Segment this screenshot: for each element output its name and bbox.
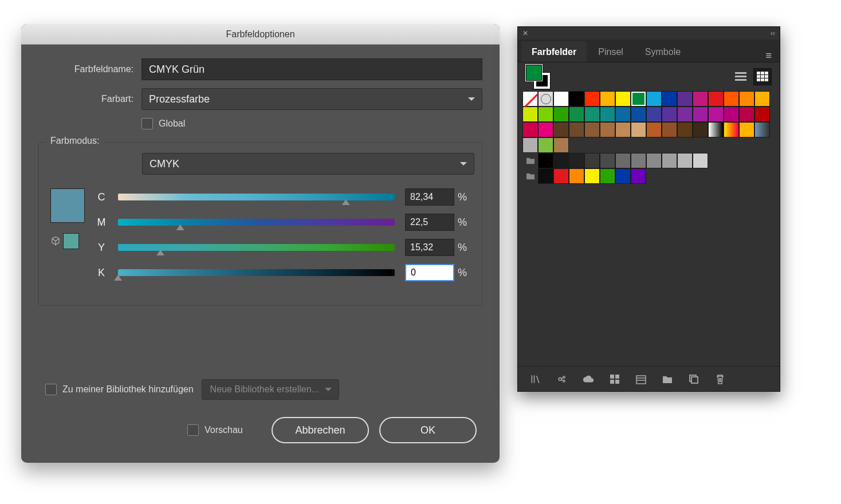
swatch[interactable] (538, 122, 553, 137)
swatch[interactable] (569, 168, 584, 184)
y-value-input[interactable] (405, 239, 454, 256)
swatch[interactable] (569, 153, 584, 168)
slider-thumb[interactable] (342, 199, 350, 205)
swatch[interactable] (754, 91, 770, 107)
swatch[interactable] (600, 107, 615, 122)
color-type-select[interactable]: Prozessfarbe (142, 88, 482, 110)
swatch[interactable] (693, 153, 708, 168)
swatch[interactable] (553, 91, 569, 107)
swatch[interactable] (646, 153, 662, 168)
panel-menu-icon[interactable]: ≡ (761, 50, 776, 62)
swatch[interactable] (584, 122, 600, 137)
k-slider[interactable] (118, 269, 395, 276)
slider-thumb[interactable] (114, 275, 122, 281)
swatch[interactable] (693, 122, 708, 137)
swatch[interactable] (522, 91, 538, 107)
swatch[interactable] (662, 91, 677, 107)
swatch[interactable] (631, 107, 646, 122)
m-slider[interactable] (118, 219, 395, 226)
swatch-library-icon[interactable] (529, 373, 542, 385)
swatch[interactable] (662, 107, 677, 122)
cancel-button[interactable]: Abbrechen (272, 417, 369, 443)
swatch[interactable] (724, 122, 739, 137)
swatch[interactable] (677, 107, 693, 122)
swatch[interactable] (522, 122, 538, 137)
k-value-input[interactable] (405, 264, 454, 281)
add-to-library-checkbox[interactable]: Zu meiner Bibliothek hinzufügen (45, 384, 194, 395)
swatch[interactable] (600, 91, 615, 107)
swatch[interactable] (693, 107, 708, 122)
swatch[interactable] (553, 153, 569, 168)
swatch[interactable] (615, 168, 631, 184)
swatch[interactable] (754, 122, 770, 137)
swatch[interactable] (615, 122, 631, 137)
swatch[interactable] (646, 91, 662, 107)
swatch[interactable] (569, 107, 584, 122)
library-select[interactable]: Neue Bibliothek erstellen... (202, 379, 339, 400)
swatch[interactable] (646, 122, 662, 137)
swatch[interactable] (631, 153, 646, 168)
cloud-icon[interactable] (582, 373, 595, 385)
swatch[interactable] (584, 153, 600, 168)
swatch-options-icon[interactable] (556, 373, 568, 385)
color-group-icon[interactable] (635, 373, 647, 385)
tab-symbols[interactable]: Symbole (635, 41, 691, 62)
swatch[interactable] (538, 107, 553, 122)
swatch[interactable] (600, 153, 615, 168)
swatch[interactable] (662, 122, 677, 137)
swatch[interactable] (693, 91, 708, 107)
swatch[interactable] (584, 91, 600, 107)
swatch[interactable] (754, 107, 770, 122)
list-view-button[interactable] (732, 68, 750, 85)
swatch[interactable] (584, 107, 600, 122)
c-slider[interactable] (118, 194, 395, 200)
slider-thumb[interactable] (176, 225, 184, 230)
tab-swatches[interactable]: Farbfelder (521, 41, 587, 62)
fill-swatch[interactable] (526, 65, 542, 81)
ok-button[interactable]: OK (379, 417, 477, 443)
swatch[interactable] (553, 107, 569, 122)
swatch[interactable] (522, 107, 538, 122)
swatch[interactable] (631, 122, 646, 137)
c-value-input[interactable] (405, 188, 454, 206)
swatch[interactable] (646, 107, 662, 122)
swatch[interactable] (553, 137, 569, 153)
swatch[interactable] (708, 91, 724, 107)
swatch[interactable] (739, 91, 754, 107)
trash-icon[interactable] (714, 373, 726, 385)
global-checkbox[interactable]: Global (142, 118, 185, 129)
swatch[interactable] (677, 91, 693, 107)
grid-view-button[interactable] (753, 68, 772, 85)
swatch[interactable] (708, 107, 724, 122)
swatch[interactable] (677, 153, 693, 168)
swatch[interactable] (615, 107, 631, 122)
slider-thumb[interactable] (156, 250, 164, 255)
swatch[interactable] (615, 153, 631, 168)
swatch[interactable] (631, 168, 646, 184)
collapse-icon[interactable]: ‹‹ (771, 29, 775, 37)
swatch[interactable] (724, 91, 739, 107)
swatch[interactable] (522, 137, 538, 153)
swatch[interactable] (538, 168, 553, 184)
swatch[interactable] (569, 122, 584, 137)
swatch[interactable] (569, 91, 584, 107)
folder-icon[interactable] (522, 153, 538, 168)
swatch[interactable] (708, 122, 724, 137)
new-group-icon[interactable] (661, 373, 674, 385)
m-value-input[interactable] (405, 214, 454, 231)
swatch[interactable] (538, 153, 553, 168)
swatch[interactable] (739, 122, 754, 137)
swatch[interactable] (600, 168, 615, 184)
fill-stroke-indicator[interactable] (526, 65, 550, 89)
swatch[interactable] (553, 168, 569, 184)
swatch-name-input[interactable] (142, 58, 482, 80)
swatch[interactable] (677, 122, 693, 137)
swatch[interactable] (739, 107, 754, 122)
y-slider[interactable] (118, 244, 395, 251)
swatch[interactable] (631, 91, 646, 107)
swatch[interactable] (724, 107, 739, 122)
swatch[interactable] (584, 168, 600, 184)
swatch[interactable] (615, 91, 631, 107)
swatch[interactable] (538, 91, 553, 107)
tab-brushes[interactable]: Pinsel (588, 41, 634, 62)
